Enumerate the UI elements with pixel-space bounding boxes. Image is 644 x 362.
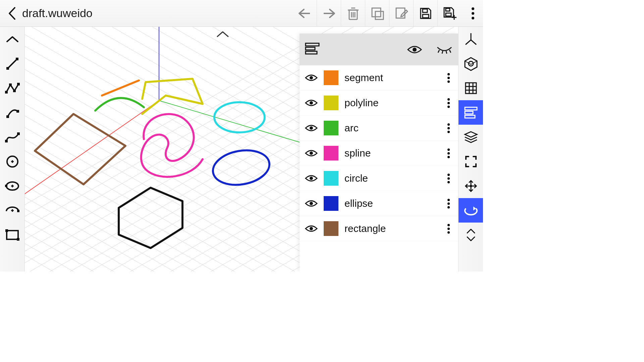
svg-line-114: [471, 40, 476, 45]
canvas-collapse-button[interactable]: [213, 27, 233, 41]
svg-rect-97: [5, 140, 8, 142]
rectangle-tool-button[interactable]: [0, 223, 25, 247]
svg-rect-123: [465, 111, 473, 114]
layer-label: segment: [344, 72, 438, 83]
layer-color-swatch[interactable]: [324, 146, 338, 161]
view-cube-button[interactable]: [459, 51, 483, 76]
layer-row[interactable]: rectangle: [300, 216, 458, 241]
main-area: segment polyline arc spline circle: [0, 27, 483, 272]
hide-all-button[interactable]: [436, 45, 453, 54]
svg-rect-8: [372, 8, 381, 17]
overflow-menu-button[interactable]: [465, 0, 481, 27]
layer-visibility-toggle[interactable]: [305, 99, 318, 107]
arc-tool-button[interactable]: [0, 100, 25, 125]
axes-view-button[interactable]: [459, 27, 483, 51]
layer-row[interactable]: ellipse: [300, 191, 458, 216]
svg-rect-105: [5, 185, 7, 187]
layer-row[interactable]: segment: [300, 65, 458, 90]
layer-menu-button[interactable]: [444, 199, 453, 208]
layer-visibility-toggle[interactable]: [305, 149, 318, 158]
layer-menu-button[interactable]: [444, 123, 453, 133]
pan-button[interactable]: [459, 174, 483, 198]
layer-row[interactable]: polyline: [300, 90, 458, 116]
svg-point-138: [310, 76, 313, 79]
layer-row[interactable]: spline: [300, 141, 458, 166]
save-as-button[interactable]: [437, 0, 462, 27]
ellipse-arc-tool-button[interactable]: [0, 198, 25, 223]
shape-arc: [95, 98, 144, 111]
layer-menu-button[interactable]: [444, 148, 453, 158]
svg-rect-110: [5, 229, 8, 232]
svg-marker-125: [465, 132, 477, 137]
svg-rect-111: [17, 238, 19, 241]
svg-marker-129: [473, 206, 476, 210]
expand-vertical-button[interactable]: [459, 223, 483, 247]
layer-visibility-toggle[interactable]: [305, 199, 318, 208]
spline-tool-button[interactable]: [0, 125, 25, 149]
orbit-button[interactable]: [459, 198, 483, 223]
svg-rect-98: [17, 132, 20, 135]
x-axis: [25, 101, 159, 208]
delete-button[interactable]: [341, 0, 365, 27]
circle-tool-button[interactable]: [0, 149, 25, 174]
svg-rect-130: [306, 43, 319, 46]
undo-button[interactable]: [292, 0, 317, 27]
edit-button[interactable]: [389, 0, 413, 27]
layer-color-swatch[interactable]: [324, 196, 338, 211]
layer-menu-button[interactable]: [444, 224, 453, 234]
paste-button[interactable]: [365, 0, 389, 27]
layer-color-swatch[interactable]: [324, 171, 338, 186]
layer-color-swatch[interactable]: [324, 96, 338, 110]
svg-line-85: [25, 27, 333, 272]
svg-rect-108: [17, 210, 19, 212]
svg-rect-93: [13, 89, 16, 92]
right-toolbar: [458, 27, 483, 272]
ellipse-tool-button[interactable]: [0, 174, 25, 198]
layer-visibility-toggle[interactable]: [305, 124, 318, 132]
svg-rect-13: [446, 8, 450, 11]
layer-visibility-toggle[interactable]: [305, 174, 318, 183]
shape-spline: [141, 114, 203, 177]
layer-color-swatch[interactable]: [324, 70, 338, 85]
layer-color-swatch[interactable]: [324, 221, 338, 236]
save-button[interactable]: [413, 0, 437, 27]
svg-line-113: [466, 40, 471, 45]
layer-label: rectangle: [344, 223, 438, 234]
layer-row[interactable]: circle: [300, 166, 458, 191]
left-toolbar: [0, 27, 25, 272]
layer-menu-button[interactable]: [444, 73, 453, 83]
line-tool-button[interactable]: [0, 51, 25, 76]
collapse-left-button[interactable]: [0, 27, 25, 51]
svg-point-139: [310, 101, 313, 105]
back-button[interactable]: [2, 0, 22, 27]
svg-rect-132: [306, 51, 317, 54]
layer-visibility-toggle[interactable]: [305, 224, 318, 233]
fullscreen-button[interactable]: [459, 149, 483, 174]
svg-point-17: [472, 7, 474, 10]
svg-point-133: [413, 48, 417, 52]
svg-line-134: [438, 50, 439, 53]
layer-label: circle: [344, 173, 438, 184]
svg-rect-14: [446, 13, 451, 16]
layer-visibility-toggle[interactable]: [305, 73, 318, 82]
layer-menu-button[interactable]: [444, 98, 453, 108]
svg-rect-91: [5, 91, 8, 94]
svg-line-135: [442, 51, 443, 54]
stack-layers-button[interactable]: [459, 125, 483, 149]
svg-line-136: [446, 51, 447, 54]
polyline-tool-button[interactable]: [0, 76, 25, 100]
layer-color-swatch[interactable]: [324, 121, 338, 135]
grid-toggle-button[interactable]: [459, 76, 483, 100]
redo-button[interactable]: [317, 0, 341, 27]
svg-point-144: [310, 227, 313, 230]
svg-rect-128: [470, 185, 472, 187]
layer-row[interactable]: arc: [300, 116, 458, 141]
layers-panel-button[interactable]: [459, 100, 483, 125]
svg-line-52: [25, 27, 333, 272]
top-bar: draft.wuweido: [0, 0, 483, 27]
show-all-button[interactable]: [407, 45, 422, 55]
svg-point-140: [310, 126, 313, 130]
svg-point-18: [472, 12, 474, 15]
svg-rect-89: [6, 67, 9, 70]
layer-menu-button[interactable]: [444, 174, 453, 183]
